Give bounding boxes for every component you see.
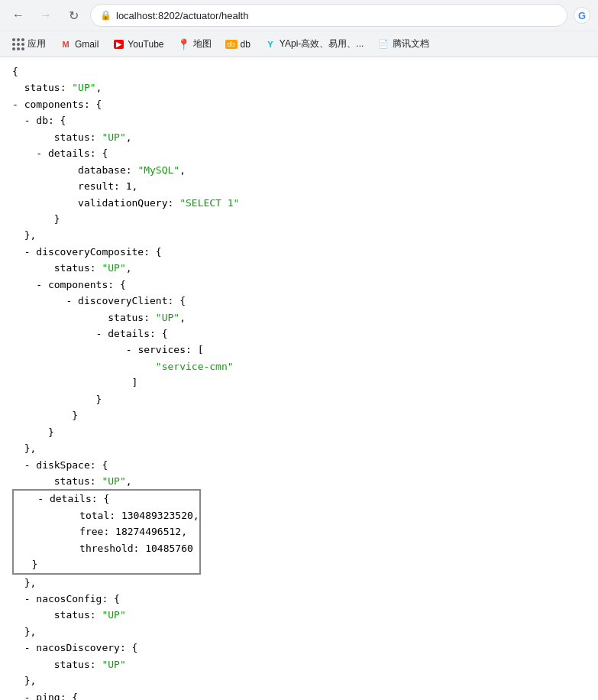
json-punctuation: - xyxy=(12,147,48,159)
json-key: nacosConfig xyxy=(36,593,102,604)
json-line: status: "UP", xyxy=(12,79,586,96)
json-line: { xyxy=(12,63,586,79)
google-account-button[interactable]: G xyxy=(574,7,590,24)
json-punctuation: } xyxy=(12,394,102,405)
json-punctuation: - xyxy=(12,692,36,700)
bookmark-yapi-label: YApi-高效、易用、... xyxy=(280,37,364,50)
json-key: total xyxy=(79,510,109,521)
json-key: validationQuery xyxy=(78,197,167,209)
url-text: localhost:8202/actuator/health xyxy=(116,10,558,21)
json-string: "SELECT 1" xyxy=(179,197,239,209)
json-line: } xyxy=(12,211,586,227)
address-bar[interactable]: 🔒 localhost:8202/actuator/health xyxy=(90,4,567,27)
json-punctuation: - xyxy=(14,493,50,504)
json-punctuation: : { xyxy=(92,493,109,504)
json-key: diskSpace xyxy=(36,459,89,471)
reload-button[interactable]: ↻ xyxy=(63,5,84,26)
bookmarks-bar: 应用 M Gmail ▶ YouTube 📍 地图 db db Y xyxy=(0,31,598,57)
json-line: } xyxy=(12,424,586,440)
bookmark-maps[interactable]: 📍 地图 xyxy=(172,34,218,53)
json-punctuation: - xyxy=(12,459,36,471)
json-punctuation: - xyxy=(12,344,137,355)
json-line: - services: [ xyxy=(12,342,586,358)
json-punctuation: : xyxy=(134,543,146,554)
bookmark-youtube[interactable]: ▶ YouTube xyxy=(106,35,170,53)
json-key: nacosDiscovery xyxy=(36,642,120,653)
back-button[interactable]: ← xyxy=(8,5,29,26)
json-string: "UP" xyxy=(72,82,95,93)
json-key: components xyxy=(48,279,108,290)
json-key: status xyxy=(12,82,60,93)
youtube-icon: ▶ xyxy=(112,38,124,50)
json-punctuation: - xyxy=(12,642,36,653)
maps-icon: 📍 xyxy=(178,38,190,50)
json-line: } xyxy=(12,391,586,407)
json-number: 1 xyxy=(126,180,132,192)
json-punctuation: : { xyxy=(108,279,125,290)
json-line: - db: { xyxy=(12,112,586,128)
json-line: threshold: 10485760 xyxy=(14,540,199,556)
json-line: free: 18274496512, xyxy=(14,523,199,540)
json-line: }, xyxy=(12,672,586,689)
json-punctuation: : xyxy=(114,180,126,192)
bookmark-db[interactable]: db db xyxy=(219,35,257,53)
json-number: 18274496512 xyxy=(115,526,181,537)
json-key: discoveryComposite xyxy=(36,246,144,258)
bookmark-docs-label: 腾讯文档 xyxy=(393,37,429,50)
json-line: result: 1, xyxy=(12,178,586,194)
json-punctuation: : xyxy=(168,197,180,209)
json-key: status xyxy=(108,312,144,323)
db-icon: db xyxy=(225,38,238,50)
json-punctuation xyxy=(14,543,79,554)
json-punctuation xyxy=(12,180,78,192)
json-string: "UP" xyxy=(102,131,125,143)
json-line: - diskSpace: { xyxy=(12,457,586,473)
json-key: status xyxy=(54,262,90,274)
json-punctuation: , xyxy=(193,510,199,521)
json-punctuation: : { xyxy=(144,246,161,258)
json-punctuation: : xyxy=(60,82,73,93)
json-punctuation xyxy=(12,164,78,176)
json-punctuation xyxy=(12,361,156,372)
json-punctuation: - xyxy=(12,295,78,306)
bookmark-gmail[interactable]: M Gmail xyxy=(53,35,105,53)
json-line-text: { xyxy=(12,66,18,77)
json-punctuation: : xyxy=(90,262,102,274)
bookmark-docs[interactable]: 📄 腾讯文档 xyxy=(371,34,435,53)
json-line: "service-cmn" xyxy=(12,358,586,374)
json-punctuation: }, xyxy=(12,626,36,637)
json-punctuation: : xyxy=(126,164,138,176)
json-punctuation: }, xyxy=(12,442,36,454)
json-punctuation: , xyxy=(132,180,138,192)
json-key: components xyxy=(24,99,84,110)
json-string: "MySQL" xyxy=(137,164,179,176)
json-punctuation xyxy=(14,510,79,521)
forward-button[interactable]: → xyxy=(35,5,57,26)
json-punctuation: } xyxy=(12,426,54,438)
json-punctuation xyxy=(12,262,54,274)
json-punctuation: } xyxy=(12,410,78,421)
json-punctuation: : xyxy=(103,526,115,537)
json-punctuation: - xyxy=(12,99,24,110)
json-punctuation: : { xyxy=(48,115,66,126)
json-punctuation: , xyxy=(179,164,186,176)
bookmark-yapi[interactable]: Y YApi-高效、易用、... xyxy=(258,34,370,53)
json-punctuation: , xyxy=(179,312,186,323)
json-key: status xyxy=(54,609,90,621)
json-punctuation: - xyxy=(12,328,108,339)
json-line: total: 130489323520, xyxy=(14,507,199,523)
yapi-icon: Y xyxy=(264,38,276,50)
json-line: - ping: { xyxy=(12,689,586,700)
nav-bar: ← → ↻ 🔒 localhost:8202/actuator/health G xyxy=(0,0,598,31)
json-line: }, xyxy=(12,227,586,243)
bookmark-apps[interactable]: 应用 xyxy=(6,34,52,53)
json-string: "UP" xyxy=(102,659,125,670)
json-line: - discoveryClient: { xyxy=(12,293,586,309)
json-punctuation xyxy=(12,659,54,670)
lock-icon: 🔒 xyxy=(100,10,112,21)
json-key: database xyxy=(78,164,126,176)
json-key: status xyxy=(54,475,90,487)
json-punctuation xyxy=(14,526,79,537)
json-content-area: { status: "UP",- components: { - db: { s… xyxy=(0,57,598,700)
json-line: - discoveryComposite: { xyxy=(12,244,586,260)
